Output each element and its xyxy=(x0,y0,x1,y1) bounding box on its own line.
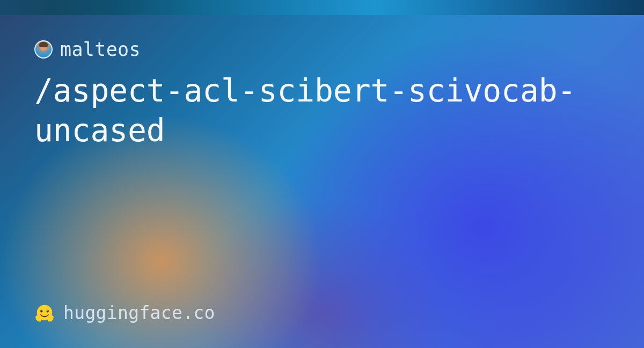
svg-point-6 xyxy=(49,313,52,315)
svg-point-5 xyxy=(38,313,40,315)
domain-text: huggingface.co xyxy=(63,302,215,323)
svg-point-1 xyxy=(40,309,42,312)
username: malteos xyxy=(60,39,141,60)
svg-point-2 xyxy=(47,309,49,312)
content-container: malteos /aspect-acl-scibert-scivocab-unc… xyxy=(0,0,644,348)
model-path-title: /aspect-acl-scibert-scivocab-uncased xyxy=(34,71,609,150)
svg-point-4 xyxy=(47,310,47,310)
svg-point-3 xyxy=(41,310,41,310)
user-avatar xyxy=(34,40,53,59)
huggingface-logo-icon xyxy=(34,303,55,323)
footer: huggingface.co xyxy=(34,302,215,323)
user-row: malteos xyxy=(34,39,610,60)
